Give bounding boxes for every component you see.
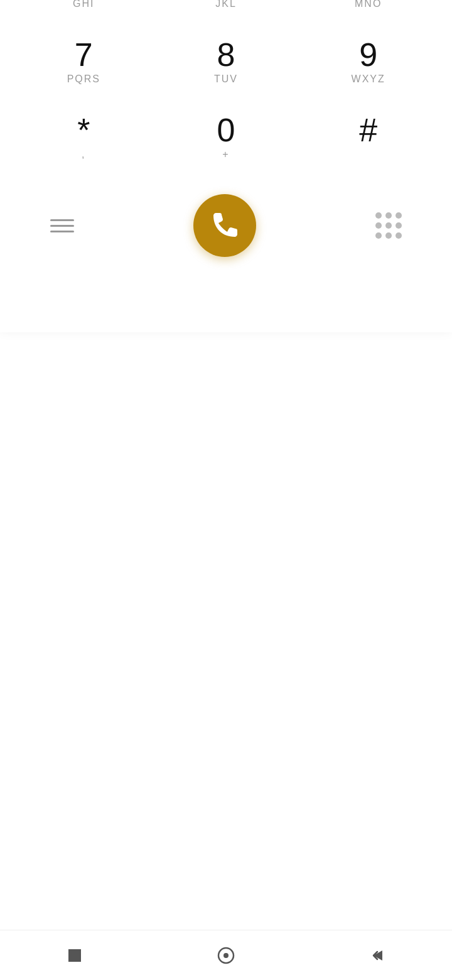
nav-back-button[interactable] (369, 947, 386, 964)
dot (385, 232, 392, 239)
dot (375, 232, 382, 239)
key-9[interactable]: 9 WXYZ (297, 24, 439, 100)
dial-grid: 1 ⚬⚬ 2 ABC 3 DEF 4 GHI 5 JKL 6 MNO (13, 0, 439, 182)
nav-back-icon (369, 947, 386, 964)
dot (396, 222, 402, 229)
dots-grid (375, 212, 402, 239)
dot (375, 222, 382, 229)
menu-line-1 (50, 219, 74, 221)
key-7[interactable]: 7 PQRS (13, 24, 155, 100)
call-button[interactable] (193, 194, 256, 257)
key-8[interactable]: 8 TUV (155, 24, 298, 100)
dot (396, 212, 402, 219)
dot (385, 222, 392, 229)
dialpad-toggle-button[interactable] (375, 212, 402, 239)
nav-home-button[interactable] (216, 945, 236, 966)
key-6[interactable]: 6 MNO (297, 0, 439, 24)
dot (375, 212, 382, 219)
nav-bar (0, 930, 452, 980)
stop-icon (66, 947, 83, 964)
phone-icon (210, 210, 240, 241)
home-icon (216, 945, 236, 966)
key-5[interactable]: 5 JKL (155, 0, 298, 24)
nav-stop-button[interactable] (66, 947, 83, 964)
menu-line-3 (50, 231, 74, 232)
action-bar (13, 182, 439, 263)
key-hash[interactable]: # (297, 100, 439, 175)
svg-point-7 (223, 953, 229, 958)
key-4[interactable]: 4 GHI (13, 0, 155, 24)
dialpad-container: 010 1 ⚬⚬ 2 ABC 3 DEF (0, 0, 452, 332)
key-star[interactable]: * , (13, 100, 155, 175)
svg-rect-5 (68, 949, 81, 962)
dot (385, 212, 392, 219)
key-0[interactable]: 0 + (155, 100, 298, 175)
recents-menu-button[interactable] (50, 219, 74, 232)
dot (396, 232, 402, 239)
menu-line-2 (50, 225, 74, 227)
